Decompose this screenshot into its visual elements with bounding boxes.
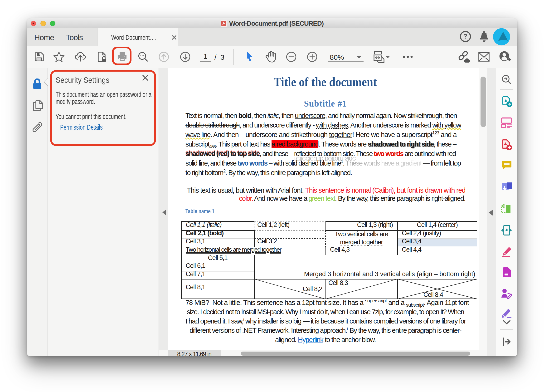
- svg-text:?: ?: [463, 33, 467, 40]
